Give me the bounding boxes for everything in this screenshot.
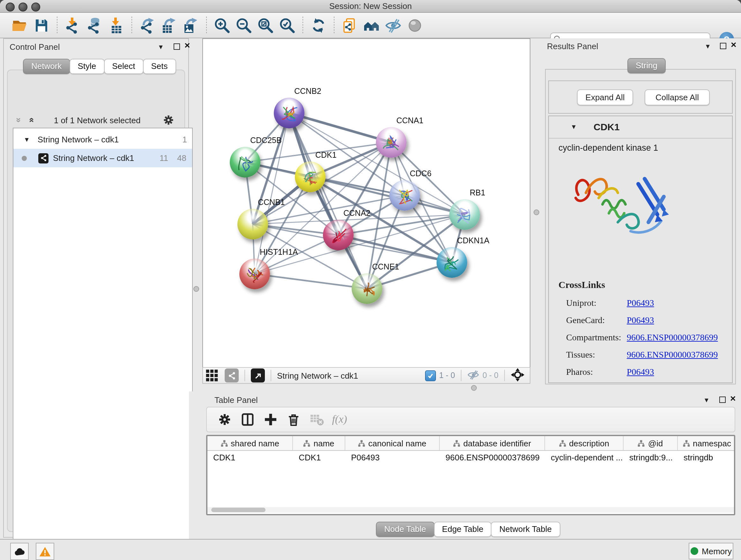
table-cell: CDK1 — [207, 451, 293, 465]
export-image-icon[interactable] — [180, 16, 202, 35]
protein-ribbon-thumbnail — [239, 259, 270, 289]
results-panel-menu-icon[interactable]: ▼ — [704, 41, 711, 51]
table-row[interactable]: CDK1CDK1P064939606.ENSP00000378699cyclin… — [207, 451, 734, 465]
results-panel-close-icon[interactable]: × — [731, 40, 737, 50]
title-bar: Session: New Session — [0, 0, 741, 13]
protein-node-ccnb1[interactable] — [238, 209, 268, 240]
tissues-link[interactable]: 9606.ENSP00000378699 — [627, 350, 718, 360]
tab-sets[interactable]: Sets — [143, 59, 176, 74]
show-hidden-icon[interactable] — [404, 16, 426, 35]
column-header-shared-name[interactable]: shared name — [207, 436, 293, 450]
zoom-out-icon[interactable] — [233, 16, 255, 35]
uniprot-link[interactable]: P06493 — [627, 298, 654, 308]
table-panel-float-icon[interactable] — [719, 395, 726, 405]
protein-node-ccne1[interactable] — [352, 273, 382, 304]
section-expander-icon[interactable]: ▼ — [570, 123, 577, 130]
right-splitter-handle[interactable] — [534, 209, 539, 215]
cloud-button[interactable] — [10, 543, 29, 560]
protein-node-cdc25b[interactable] — [230, 147, 260, 178]
protein-node-cdk1[interactable] — [295, 162, 326, 192]
collapse-all-icon[interactable]: » — [14, 118, 24, 123]
add-icon[interactable] — [259, 410, 282, 429]
selected-checkbox-icon[interactable] — [425, 370, 436, 381]
column-header-description[interactable]: description — [545, 436, 623, 450]
cdk1-section: ▼ CDK1 cyclin-dependent kinase 1 — [548, 116, 733, 383]
copy-network-icon[interactable] — [339, 16, 360, 35]
main-toolbar: ? — [0, 13, 741, 38]
expand-all-button[interactable]: Expand All — [577, 89, 633, 105]
bottom-splitter-handle[interactable] — [471, 385, 477, 391]
collapse-all-button[interactable]: Collapse All — [645, 89, 710, 105]
save-session-icon[interactable] — [30, 16, 52, 35]
protein-ribbon-thumbnail — [389, 180, 420, 211]
tab-edge-table[interactable]: Edge Table — [434, 522, 492, 537]
crosslinks-title: CrossLinks — [558, 280, 718, 291]
genecard-link[interactable]: P06493 — [627, 315, 654, 325]
protein-node-cdc6[interactable] — [389, 180, 420, 211]
control-panel-menu-icon[interactable]: ▼ — [158, 42, 164, 52]
protein-node-ccnb2[interactable] — [274, 98, 305, 128]
settings-icon[interactable] — [213, 410, 236, 429]
tab-network-table[interactable]: Network Table — [491, 522, 560, 537]
cdk1-section-header[interactable]: ▼ CDK1 — [549, 116, 732, 138]
table-cell: cyclin-dependent ... — [545, 451, 623, 465]
network-edge — [255, 274, 367, 289]
network-options-gear-icon[interactable] — [161, 113, 176, 127]
home-icon[interactable] — [360, 16, 382, 35]
tab-select[interactable]: Select — [104, 59, 143, 74]
fit-content-crosshair-icon[interactable] — [511, 368, 525, 383]
tree-expander-icon[interactable]: ▼ — [23, 136, 30, 143]
protein-node-ccna1[interactable] — [376, 127, 407, 158]
protein-ribbon-thumbnail — [323, 220, 354, 250]
pharos-link[interactable]: P06493 — [627, 367, 654, 377]
column-header-name[interactable]: name — [293, 436, 345, 450]
warnings-button[interactable] — [36, 543, 54, 560]
memory-button[interactable]: Memory — [689, 543, 733, 559]
column-header-database-identifier[interactable]: database identifier — [440, 436, 545, 450]
delete-icon[interactable] — [282, 410, 305, 429]
tab-network[interactable]: Network — [23, 59, 70, 74]
tab-node-table[interactable]: Node Table — [376, 522, 434, 537]
control-panel-float-icon[interactable] — [174, 42, 180, 52]
hide-selected-icon[interactable] — [382, 16, 404, 35]
network-view-canvas[interactable]: CCNB2CCNA1CDC25BCDK1CDC6RB1CCNB1CCNA2CDK… — [202, 38, 530, 368]
protein-ribbon-thumbnail — [230, 147, 260, 178]
column-header-namespac[interactable]: namespac — [678, 436, 735, 450]
results-panel-float-icon[interactable] — [720, 41, 726, 51]
protein-node-hist1h1a[interactable] — [239, 259, 270, 289]
network-share-icon[interactable] — [225, 368, 239, 382]
scrollbar-thumb[interactable] — [211, 508, 266, 512]
network-tree-selected-row[interactable]: String Network – cdk1 11 48 — [13, 149, 192, 167]
zoom-fit-icon[interactable] — [255, 16, 276, 35]
protein-node-ccna2[interactable] — [323, 220, 354, 250]
compartments-link[interactable]: 9606.ENSP00000378699 — [627, 332, 718, 343]
control-panel-close-icon[interactable]: × — [185, 40, 190, 51]
open-in-new-window-icon[interactable] — [251, 368, 265, 382]
gene-description: cyclin-dependent kinase 1 — [558, 143, 658, 152]
zoom-selected-icon[interactable] — [276, 16, 298, 35]
warning-icon — [39, 546, 51, 557]
import-database-icon[interactable] — [84, 16, 105, 35]
protein-node-cdkn1a[interactable] — [436, 247, 467, 278]
table-horizontal-scrollbar[interactable] — [207, 507, 734, 513]
export-network-icon[interactable] — [137, 16, 158, 35]
table-panel-close-icon[interactable]: × — [730, 393, 736, 403]
table-panel-menu-icon[interactable]: ▼ — [703, 395, 710, 405]
open-session-icon[interactable] — [9, 16, 30, 35]
network-collection-label: String Network – cdk1 — [38, 135, 119, 144]
export-table-icon[interactable] — [158, 16, 180, 35]
tab-string[interactable]: String — [627, 58, 666, 73]
zoom-in-icon[interactable] — [211, 16, 233, 35]
import-table-icon[interactable] — [105, 16, 127, 35]
expand-all-icon[interactable]: » — [25, 118, 36, 123]
network-tree-root-row[interactable]: ▼ String Network – cdk1 1 — [13, 130, 192, 149]
birdseye-grid-icon[interactable] — [203, 366, 221, 385]
column-header-canonical-name[interactable]: canonical name — [345, 436, 440, 450]
protein-node-rb1[interactable] — [449, 199, 480, 230]
column-header--id[interactable]: @id — [623, 436, 678, 450]
import-network-icon[interactable] — [62, 16, 84, 35]
refresh-icon[interactable] — [308, 16, 329, 35]
columns-icon[interactable] — [236, 410, 259, 429]
tab-style[interactable]: Style — [69, 59, 105, 74]
left-splitter-handle[interactable] — [193, 286, 199, 292]
